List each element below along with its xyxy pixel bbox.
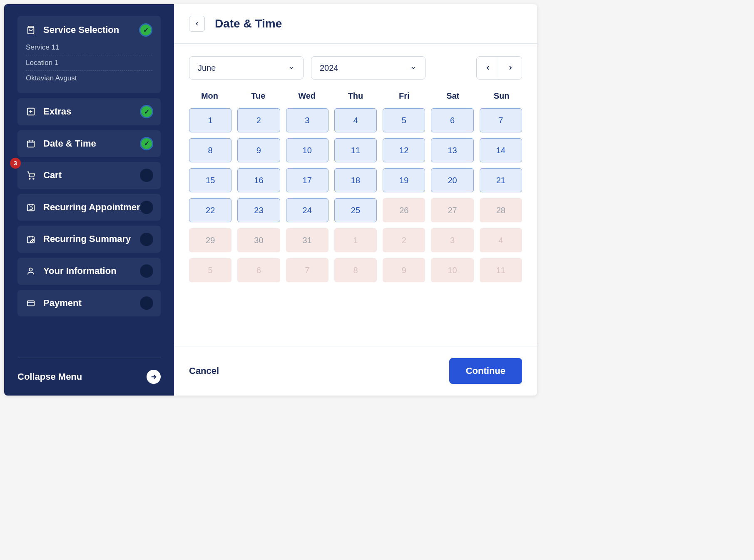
calendar-day[interactable]: 5 — [383, 108, 425, 132]
calendar-day: 9 — [383, 258, 425, 282]
calendar-day: 6 — [237, 258, 280, 282]
step-recurring-summary[interactable]: Recurring Summary — [17, 226, 161, 253]
shopping-bag-icon — [26, 25, 36, 35]
prev-month-button[interactable] — [477, 57, 499, 79]
step-extras[interactable]: Extras — [17, 98, 161, 125]
calendar-day[interactable]: 18 — [334, 168, 377, 192]
user-icon — [26, 266, 36, 276]
step-payment[interactable]: Payment — [17, 290, 161, 317]
chevron-down-icon — [410, 65, 417, 71]
cancel-button[interactable]: Cancel — [189, 366, 219, 376]
calendar-day[interactable]: 17 — [286, 168, 328, 192]
step-label: Recurring Summary — [43, 233, 131, 245]
calendar-day[interactable]: 3 — [286, 108, 328, 132]
step-recurring-appointment[interactable]: Recurring Appointment — [17, 194, 161, 221]
calendar-day: 1 — [334, 228, 377, 252]
calendar-day[interactable]: 7 — [480, 108, 522, 132]
app-root: Service Selection Service 11 Location 1 … — [4, 4, 537, 396]
calendar-day[interactable]: 10 — [286, 138, 328, 162]
main-body: June 2024 Mon — [174, 44, 537, 346]
calendar-edit-icon — [26, 234, 36, 244]
calendar-day[interactable]: 16 — [237, 168, 280, 192]
next-month-button[interactable] — [499, 57, 522, 79]
calendar-day[interactable]: 25 — [334, 198, 377, 222]
chevron-left-icon — [194, 21, 200, 27]
svg-point-6 — [29, 268, 32, 271]
calendar-day[interactable]: 11 — [334, 138, 377, 162]
page-title: Date & Time — [215, 17, 282, 30]
plus-square-icon — [26, 107, 36, 117]
weekday-label: Thu — [335, 91, 376, 101]
calendar-day[interactable]: 2 — [237, 108, 280, 132]
calendar-day[interactable]: 4 — [334, 108, 377, 132]
calendar-day[interactable]: 21 — [480, 168, 522, 192]
svg-point-2 — [29, 178, 30, 179]
year-select[interactable]: 2024 — [311, 56, 426, 80]
credit-card-icon — [26, 298, 36, 308]
step-your-information[interactable]: Your Information — [17, 258, 161, 285]
weekday-label: Mon — [189, 91, 230, 101]
step-label: Payment — [43, 297, 82, 309]
chevron-left-icon — [485, 65, 491, 71]
main-footer: Cancel Continue — [174, 346, 537, 396]
calendar-day[interactable]: 8 — [189, 138, 231, 162]
main-panel: Date & Time June 2024 — [174, 4, 537, 396]
svg-point-3 — [33, 178, 34, 179]
calendar-day[interactable]: 14 — [480, 138, 522, 162]
cart-badge: 3 — [10, 158, 21, 169]
continue-button[interactable]: Continue — [449, 358, 522, 384]
svg-rect-7 — [27, 301, 35, 306]
calendar-day: 31 — [286, 228, 328, 252]
step-date-time[interactable]: Date & Time — [17, 130, 161, 157]
step-label: Service Selection — [43, 24, 119, 36]
svg-rect-1 — [27, 141, 35, 147]
calendar-day[interactable]: 24 — [286, 198, 328, 222]
arrow-right-icon — [147, 370, 161, 384]
main-header: Date & Time — [174, 4, 537, 44]
calendar-day: 30 — [237, 228, 280, 252]
calendar-day[interactable]: 15 — [189, 168, 231, 192]
year-value: 2024 — [320, 63, 338, 73]
calendar-day[interactable]: 13 — [431, 138, 473, 162]
calendar-day: 29 — [189, 228, 231, 252]
step-complete-icon — [140, 105, 153, 118]
step-service-selection[interactable]: Service Selection Service 11 Location 1 … — [17, 16, 161, 93]
calendar-day: 11 — [480, 258, 522, 282]
month-nav-buttons — [476, 56, 522, 80]
step-pending-icon — [140, 264, 153, 278]
calendar-day: 4 — [480, 228, 522, 252]
month-year-picker: June 2024 — [189, 56, 522, 80]
calendar-day: 7 — [286, 258, 328, 282]
calendar-day[interactable]: 6 — [431, 108, 473, 132]
location-name: Location 1 — [26, 55, 152, 71]
service-details: Service 11 Location 1 Oktavian Avgust — [26, 37, 152, 89]
chevron-right-icon — [507, 65, 514, 71]
calendar-day[interactable]: 1 — [189, 108, 231, 132]
collapse-label: Collapse Menu — [17, 371, 82, 382]
weekday-label: Sun — [481, 91, 522, 101]
calendar-day[interactable]: 19 — [383, 168, 425, 192]
weekday-label: Tue — [238, 91, 279, 101]
calendar-day[interactable]: 23 — [237, 198, 280, 222]
calendar-day: 27 — [431, 198, 473, 222]
weekday-label: Sat — [432, 91, 473, 101]
calendar-day[interactable]: 20 — [431, 168, 473, 192]
step-complete-icon — [140, 137, 153, 150]
cart-icon — [26, 170, 36, 180]
booking-steps-sidebar: Service Selection Service 11 Location 1 … — [4, 4, 174, 396]
weekday-label: Wed — [286, 91, 328, 101]
step-pending-icon — [140, 169, 153, 182]
calendar-day[interactable]: 12 — [383, 138, 425, 162]
calendar-day[interactable]: 9 — [237, 138, 280, 162]
calendar-icon — [26, 139, 36, 149]
calendar-refresh-icon — [26, 202, 36, 212]
month-select[interactable]: June — [189, 56, 304, 80]
step-label: Cart — [43, 169, 62, 182]
calendar-day[interactable]: 22 — [189, 198, 231, 222]
step-cart[interactable]: 3 Cart — [17, 162, 161, 189]
back-button[interactable] — [189, 16, 205, 32]
collapse-menu[interactable]: Collapse Menu — [17, 358, 161, 396]
calendar-weekday-row: Mon Tue Wed Thu Fri Sat Sun — [189, 91, 522, 101]
step-label: Recurring Appointment — [43, 202, 145, 214]
calendar-day: 28 — [480, 198, 522, 222]
